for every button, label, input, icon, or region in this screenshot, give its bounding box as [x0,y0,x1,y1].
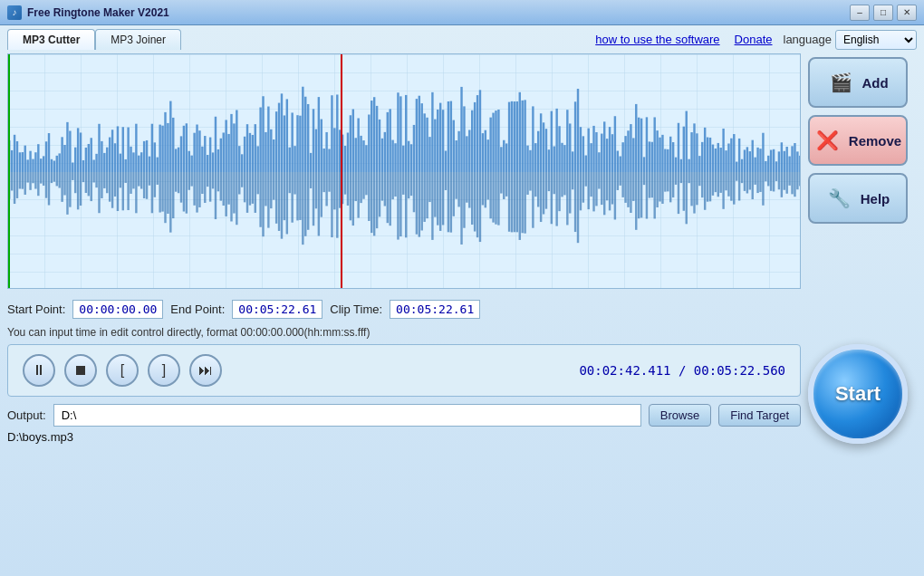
svg-rect-248 [659,138,660,172]
close-button[interactable]: ✕ [897,5,917,21]
svg-rect-243 [646,117,648,172]
end-point-input[interactable] [232,300,322,319]
svg-rect-102 [273,139,274,172]
svg-rect-359 [159,172,160,213]
svg-rect-336 [98,172,100,213]
svg-rect-290 [770,150,772,172]
waveform-svg [8,54,800,288]
add-button[interactable]: 🎬 Add [808,57,908,108]
svg-rect-406 [284,172,285,220]
file-path: D:\boys.mp3 [7,430,801,444]
svg-rect-175 [466,136,467,172]
svg-rect-394 [252,172,254,204]
svg-rect-38 [103,153,105,172]
restore-button[interactable]: □ [873,5,893,21]
help-button[interactable]: 🔧 Help [808,173,908,224]
svg-rect-479 [476,172,478,237]
svg-rect-122 [325,132,327,172]
svg-rect-262 [696,133,698,172]
svg-rect-383 [223,172,225,206]
svg-rect-518 [580,172,582,210]
svg-rect-505 [545,172,547,209]
svg-rect-498 [526,172,528,195]
svg-rect-409 [291,172,293,223]
svg-rect-569 [715,172,717,192]
tabbar: MP3 Cutter MP3 Joiner how to use the sof… [7,29,917,50]
svg-rect-259 [688,159,689,172]
pause-button[interactable]: ⏸ [23,354,55,387]
svg-rect-371 [190,172,192,187]
svg-rect-511 [561,172,563,197]
browse-button[interactable]: Browse [649,404,711,427]
language-select[interactable]: English Chinese Spanish French [835,30,917,50]
howto-link[interactable]: how to use the software [588,33,727,46]
svg-rect-463 [434,172,436,217]
svg-rect-216 [574,101,576,172]
waveform-container[interactable] [7,53,801,289]
svg-rect-57 [154,142,156,172]
svg-rect-494 [516,172,518,232]
svg-rect-534 [621,172,623,197]
svg-rect-515 [572,172,573,189]
svg-rect-506 [548,172,550,191]
svg-rect-60 [161,126,163,172]
mark-end-button[interactable]: ] [148,354,180,387]
svg-rect-145 [387,112,389,172]
svg-rect-405 [281,172,283,239]
mark-start-button[interactable]: [ [106,354,139,387]
svg-rect-465 [439,172,441,231]
svg-rect-390 [241,172,243,187]
tab-mp3-cutter[interactable]: MP3 Cutter [7,29,95,50]
svg-rect-311 [32,172,34,183]
find-target-button[interactable]: Find Target [718,404,801,427]
svg-rect-411 [296,172,298,220]
svg-rect-535 [624,172,626,203]
svg-rect-113 [302,87,303,172]
svg-rect-51 [138,156,140,172]
svg-rect-198 [526,146,528,172]
svg-rect-151 [402,146,404,172]
output-path-input[interactable] [53,404,641,427]
help-text: You can input time in edit control direc… [7,326,801,339]
svg-rect-189 [503,140,505,172]
svg-rect-514 [569,172,571,214]
svg-rect-521 [587,172,589,209]
svg-rect-30 [82,160,84,172]
svg-rect-258 [686,111,688,172]
svg-rect-401 [270,172,272,208]
svg-rect-558 [686,172,688,224]
donate-link[interactable]: Donate [727,33,780,46]
stop-button[interactable]: ⏹ [64,354,97,387]
svg-rect-174 [463,106,465,172]
svg-rect-320 [56,172,58,186]
svg-rect-274 [727,143,729,172]
svg-rect-324 [66,172,68,215]
svg-rect-557 [683,172,685,211]
svg-rect-201 [534,143,536,172]
svg-rect-449 [397,172,399,240]
minimize-button[interactable]: – [850,5,870,21]
tab-mp3-joiner[interactable]: MP3 Joiner [95,29,181,50]
svg-rect-391 [244,172,245,202]
svg-rect-130 [347,133,349,172]
svg-rect-50 [135,124,137,172]
svg-rect-288 [765,161,766,172]
svg-rect-153 [408,141,409,172]
svg-rect-378 [209,172,211,202]
svg-rect-581 [746,172,748,193]
svg-rect-315 [43,172,44,186]
svg-rect-347 [127,172,129,210]
start-button[interactable]: Start [808,344,908,444]
start-point-input[interactable] [72,300,163,319]
svg-rect-528 [606,172,608,200]
svg-rect-527 [603,172,605,215]
svg-rect-423 [328,172,330,192]
svg-rect-349 [132,172,134,188]
svg-rect-540 [638,172,640,218]
svg-rect-136 [362,140,364,172]
clip-time-input[interactable] [390,300,480,319]
play-next-button[interactable]: ⏭ [189,354,222,387]
svg-rect-160 [426,118,428,172]
svg-rect-45 [122,127,124,172]
remove-button[interactable]: ❌ Remove [808,115,908,166]
